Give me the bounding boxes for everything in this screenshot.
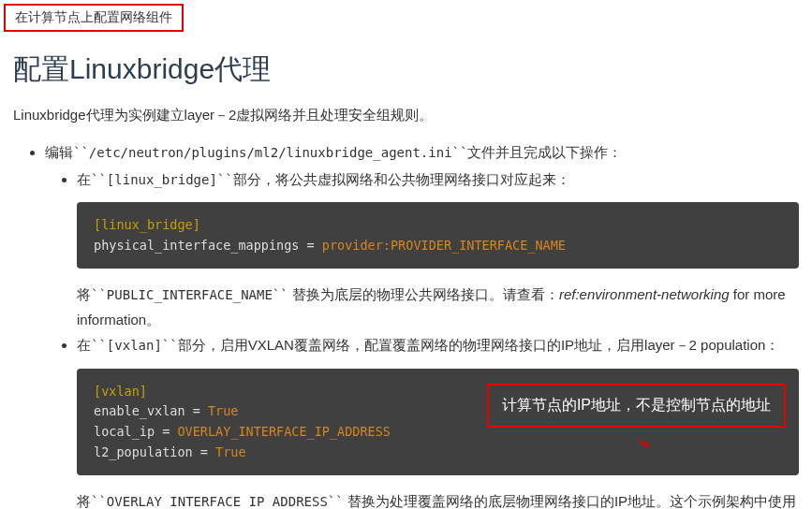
code-block-linuxbridge: [linux_bridge] physical_interface_mappin… xyxy=(77,202,799,269)
replace1-prefix: 将 xyxy=(77,286,91,302)
header-annotation-text: 在计算节点上配置网络组件 xyxy=(15,9,172,24)
code2-l2k: local_ip = xyxy=(94,424,177,439)
code1-section: [linux_bridge] xyxy=(94,217,200,232)
code2-l3v: True xyxy=(215,444,246,459)
edit-prefix: 编辑 xyxy=(45,144,73,160)
sub2-code: ``[vxlan]`` xyxy=(91,338,178,353)
replace1-paragraph: 将``PUBLIC_INTERFACE_NAME`` 替换为底层的物理公共网络接… xyxy=(77,282,799,332)
sub1-code: ``[linux_bridge]`` xyxy=(91,172,233,187)
replace1-code: ``PUBLIC_INTERFACE_NAME`` xyxy=(91,287,288,302)
intro-paragraph: Linuxbridge代理为实例建立layer－2虚拟网络并且处理安全组规则。 xyxy=(13,104,799,126)
sub-list: 在``[linux_bridge]``部分，将公共虚拟网络和公共物理网络接口对应… xyxy=(45,167,799,510)
page-title: 配置Linuxbridge代理 xyxy=(13,51,799,89)
replace2-prefix: 将 xyxy=(77,493,91,509)
sub2-suffix: 部分，启用VXLAN覆盖网络，配置覆盖网络的物理网络接口的IP地址，启用laye… xyxy=(178,337,780,353)
code-block-vxlan: [vxlan] enable_vxlan = True local_ip = O… xyxy=(77,369,799,475)
header-annotation-box: 在计算节点上配置网络组件 xyxy=(4,4,184,32)
list-item-edit: 编辑``/etc/neutron/plugins/ml2/linuxbridge… xyxy=(45,139,799,509)
code2-l1k: enable_vxlan = xyxy=(94,403,208,418)
replace1-mid: 替换为底层的物理公共网络接口。请查看： xyxy=(288,286,559,302)
code2-l3k: l2_population = xyxy=(94,444,215,459)
sub-item-linuxbridge: 在``[linux_bridge]``部分，将公共虚拟网络和公共物理网络接口对应… xyxy=(77,167,799,333)
top-list: 编辑``/etc/neutron/plugins/ml2/linuxbridge… xyxy=(13,139,799,509)
code2-l1v: True xyxy=(208,403,239,418)
document-content: 配置Linuxbridge代理 Linuxbridge代理为实例建立layer－… xyxy=(0,0,812,509)
sub1-prefix: 在 xyxy=(77,171,91,187)
callout-annotation-box: 计算节点的IP地址，不是控制节点的地址 xyxy=(487,384,786,429)
sub2-prefix: 在 xyxy=(77,337,91,353)
replace1-ref: ref:environment-networking xyxy=(559,286,730,302)
code1-value: provider:PROVIDER_INTERFACE_NAME xyxy=(322,238,566,253)
replace2-paragraph: 将``OVERLAY_INTERFACE_IP_ADDRESS`` 替换为处理覆… xyxy=(77,488,799,509)
code2-section: [vxlan] xyxy=(94,384,147,399)
code1-key: physical_interface_mappings = xyxy=(94,238,322,253)
code2-l2v: OVERLAY_INTERFACE_IP_ADDRESS xyxy=(177,424,391,439)
edit-suffix: 文件并且完成以下操作： xyxy=(467,144,622,160)
sub1-suffix: 部分，将公共虚拟网络和公共物理网络接口对应起来： xyxy=(233,171,570,187)
replace2-code: ``OVERLAY_INTERFACE_IP_ADDRESS`` xyxy=(91,494,344,509)
sub-item-vxlan: 在``[vxlan]``部分，启用VXLAN覆盖网络，配置覆盖网络的物理网络接口… xyxy=(77,332,799,509)
edit-code: ``/etc/neutron/plugins/ml2/linuxbridge_a… xyxy=(73,145,467,160)
callout-annotation-text: 计算节点的IP地址，不是控制节点的地址 xyxy=(502,397,771,413)
